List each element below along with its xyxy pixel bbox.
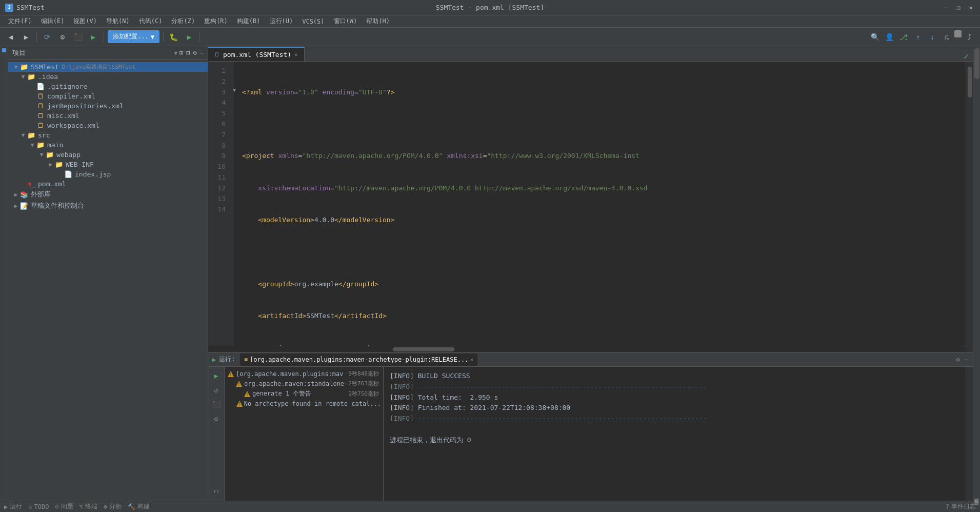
add-config-button[interactable]: 添加配置... ▼ [108,30,159,43]
horizontal-scrollbar[interactable] [208,346,966,352]
tree-item-pom[interactable]: m̲ pom.xml [8,179,208,189]
maximize-button[interactable]: ❐ [954,4,963,12]
code-editor[interactable]: ▼ 1 2 3 4 5 6 7 8 9 10 11 12 13 14 <?xml… [208,62,973,352]
toolbar-git-button[interactable]: ⎇ [897,30,910,44]
menu-build[interactable]: 构建(B) [233,16,265,27]
fold-indicator[interactable]: ▼ [233,87,236,93]
minimize-button[interactable]: — [963,355,969,364]
toolbar-run-button[interactable]: ▶ [87,30,100,44]
editor-tab-pom[interactable]: 🗒 pom.xml (SSMTest) ✕ [208,47,305,61]
run-tree-item-1[interactable]: ! [org.apache.maven.plugins:mav 9秒848毫秒 [225,369,383,379]
stop-button[interactable]: ⬛ [211,399,222,410]
menu-analyze[interactable]: 分析(Z) [167,16,199,27]
status-bar: ▶ 运行 ≡ TODO ⊙ 问题 ⌥ 终端 ⊛ 分析 🔨 构建 ? 事件日志 [0,501,980,512]
run-icon: ▶ [4,503,8,510]
toolbar-settings-button[interactable]: ⚙ [56,30,69,44]
scrollbar-thumb[interactable] [968,67,972,97]
minimize-button[interactable]: — [942,4,950,12]
tree-item-index[interactable]: 📄 index.jsp [8,169,208,179]
tab-close-button[interactable]: ✕ [294,51,298,58]
play-button[interactable]: ▶ [211,370,222,381]
tree-item-gitignore[interactable]: 📄 .gitignore [8,82,208,91]
menu-navigate[interactable]: 导航(N) [102,16,134,27]
right-sidebar-thumb[interactable] [974,48,979,79]
toolbar-more-button[interactable] [954,30,962,37]
toolbar-back-button[interactable]: ◀ [4,30,17,44]
status-todo[interactable]: ≡ TODO [28,503,49,510]
todo-label: TODO [34,503,49,510]
tab-close-icon[interactable]: ✕ [470,357,473,362]
code-line-4: xsi:schemaLocation="http://maven.apache.… [242,183,966,194]
run-item-label: [org.apache.maven.plugins:mav [236,370,344,378]
events-icon: ? [946,503,949,510]
tree-item-workspace[interactable]: 🗒 workspace.xml [8,121,208,130]
tree-item-root[interactable]: ▼ 📁 SSMTest D:\java实践项目\SSMTest [8,62,208,72]
tree-item-idea[interactable]: ▼ 📁 .idea [8,72,208,82]
run-tree-item-3[interactable]: ! generate 1 个警告 2秒750毫秒 [225,388,383,399]
tree-item-compiler[interactable]: 🗒 compiler.xml [8,91,208,101]
code-line-1: <?xml version="1.0" encoding="UTF-8"?> [242,87,966,98]
panel-close-icon[interactable]: — [200,49,204,56]
tree-item-scratch[interactable]: ▶ 📝 草稿文件和控制台 [8,200,208,211]
line-num-14: 14 [208,204,230,215]
close-button[interactable]: ✕ [967,4,975,12]
build-label: 构建 [137,502,150,511]
toolbar-refresh-button[interactable]: ⟳ [41,30,54,44]
status-events[interactable]: ? 事件日志 [946,502,976,511]
terminal-label: 终端 [85,502,97,511]
toolbar-stop-button[interactable]: ⬛ [71,30,85,44]
toolbar-update-button[interactable]: ↑ [911,30,925,44]
tree-item-jarrepos[interactable]: 🗒 jarRepositories.xml [8,101,208,111]
run-tree-item-2[interactable]: ! org.apache.maven:standalone- 2秒763毫秒 [225,379,383,388]
menu-window[interactable]: 窗口(W) [330,16,362,27]
svg-text:!: ! [230,372,232,377]
panel-collapse-icon[interactable]: ⊟ [186,49,190,56]
status-build[interactable]: 🔨 构建 [128,502,150,511]
status-terminal[interactable]: ⌥ 终端 [79,502,97,511]
panel-expand-icon[interactable]: ⊞ [179,49,183,56]
menu-code[interactable]: 代码(C) [135,16,167,27]
project-dropdown-icon[interactable]: ▼ [174,50,177,56]
settings-button[interactable]: ⚙ [955,355,961,364]
menu-file[interactable]: 文件(F) [4,16,36,27]
toolbar-revert-button[interactable]: ⎌ [940,30,953,44]
tree-item-extlibs[interactable]: ▶ 📚 外部库 [8,189,208,200]
run-item-time: 2秒763毫秒 [349,380,382,387]
menu-run[interactable]: 运行(U) [266,16,297,27]
toolbar-search-button[interactable]: 🔍 [868,30,882,44]
toolbar-debug-button[interactable]: 🐛 [167,30,181,44]
toolbar-share-button[interactable]: ⤴ [963,30,976,44]
console-line-5: [INFO] ---------------------------------… [390,413,959,424]
menu-help[interactable]: 帮助(H) [362,16,394,27]
tab-file-icon: 🗒 [214,51,220,58]
console-line-6 [390,424,959,435]
tree-item-misc[interactable]: 🗒 misc.xml [8,111,208,121]
scrollbar-thumb[interactable] [393,347,454,351]
code-content[interactable]: <?xml version="1.0" encoding="UTF-8"?> <… [234,62,966,352]
editor-vertical-scrollbar[interactable] [966,62,973,352]
bottom-right-scrollbar[interactable] [966,367,973,501]
tree-item-webinf[interactable]: ▶ 📁 WEB-INF [8,160,208,169]
toolbar-profile-button[interactable]: 👤 [883,30,896,44]
toolbar-run2-button[interactable]: ▶ [183,30,196,44]
settings-side-button[interactable]: ⚙ [211,413,222,424]
menu-view[interactable]: 视图(V) [69,16,101,27]
run-tree-item-4[interactable]: ! No archetype found in remote catal... [225,399,383,408]
console-line-1: [INFO] BUILD SUCCESS [390,371,959,382]
rerun-button[interactable]: ↺ [211,384,222,396]
menu-vcs[interactable]: VCS(S) [298,17,328,26]
toolbar-forward-button[interactable]: ▶ [19,30,33,44]
bottom-tab-maven[interactable]: ≡ [org.apache.maven.plugins:maven-archet… [240,353,477,366]
status-analyze[interactable]: ⊛ 分析 [104,502,122,511]
tree-item-main[interactable]: ▼ 📁 main [8,140,208,150]
tree-item-src[interactable]: ▼ 📁 src [8,130,208,140]
menu-edit[interactable]: 编辑(E) [37,16,69,27]
panel-settings-icon[interactable]: ⚙ [193,49,197,56]
status-run[interactable]: ▶ 运行 [4,502,22,511]
toolbar-push-button[interactable]: ↓ [926,30,939,44]
menu-refactor[interactable]: 重构(R) [200,16,232,27]
status-problems[interactable]: ⊙ 问题 [55,502,73,511]
svg-text:!: ! [238,382,241,387]
scroll-top-button[interactable]: ↑↑ [211,485,222,497]
tree-item-webapp[interactable]: ▼ 📁 webapp [8,150,208,160]
